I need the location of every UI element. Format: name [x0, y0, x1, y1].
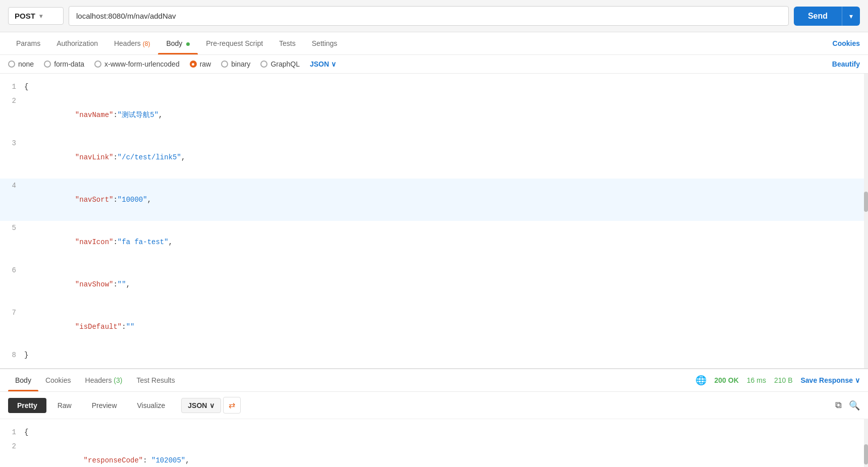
line-content-8: }	[24, 348, 868, 362]
request-line-3: 3 "navLink":"/c/test/link5",	[0, 136, 868, 179]
response-tab-body[interactable]: Body	[8, 369, 38, 391]
view-visualize-button[interactable]: Visualize	[128, 398, 175, 413]
body-type-bar: none form-data x-www-form-urlencoded raw…	[0, 55, 868, 74]
view-raw-button[interactable]: Raw	[48, 398, 81, 413]
tab-body[interactable]: Body	[158, 32, 198, 54]
response-headers-badge: (3)	[114, 376, 122, 384]
request-line-4: 4 "navSort":"10000",	[0, 179, 868, 221]
radio-circle-form-data	[44, 61, 51, 68]
line-content-1: {	[24, 80, 868, 94]
radio-none[interactable]: none	[8, 60, 34, 68]
tab-settings[interactable]: Settings	[304, 32, 346, 54]
tab-headers[interactable]: Headers (8)	[106, 32, 158, 54]
format-chevron-icon: ∨	[331, 60, 336, 68]
method-chevron-icon: ▾	[39, 13, 42, 20]
save-response-chevron-icon: ∨	[855, 376, 860, 384]
line-content-2: "navName":"测试导航5",	[24, 94, 868, 136]
radio-circle-graphql	[260, 61, 267, 68]
globe-icon: 🌐	[695, 375, 707, 386]
radio-raw[interactable]: raw	[190, 60, 211, 68]
request-tab-nav: Params Authorization Headers (8) Body Pr…	[0, 32, 868, 55]
view-pretty-button[interactable]: Pretty	[8, 398, 46, 413]
response-line-num-2: 2	[0, 439, 24, 453]
request-line-7: 7 "isDefault":""	[0, 306, 868, 348]
line-num-3: 3	[0, 136, 24, 150]
response-scrollbar[interactable]	[864, 419, 868, 467]
response-scrollbar-thumb	[864, 444, 868, 464]
radio-circle-binary	[221, 61, 228, 68]
format-dropdown[interactable]: JSON ∨	[310, 60, 336, 68]
send-arrow-button[interactable]: ▾	[842, 7, 860, 26]
response-meta: 🌐 200 OK 16 ms 210 B Save Response ∨	[695, 375, 860, 386]
headers-badge: (8)	[143, 40, 150, 47]
search-icon[interactable]: 🔍	[849, 400, 860, 411]
response-line-content-1: {	[24, 425, 868, 439]
response-actions: ⧉ 🔍	[835, 400, 860, 411]
wrap-icon: ⇄	[229, 401, 235, 410]
response-line-2: 2 "responseCode": "102005",	[0, 439, 868, 467]
wrap-button[interactable]: ⇄	[223, 397, 241, 414]
save-response-button[interactable]: Save Response ∨	[801, 376, 860, 384]
line-content-4: "navSort":"10000",	[24, 179, 868, 221]
request-line-2: 2 "navName":"测试导航5",	[0, 94, 868, 136]
tab-tests[interactable]: Tests	[271, 32, 304, 54]
response-tab-test-results[interactable]: Test Results	[129, 369, 182, 391]
response-tab-nav: Body Cookies Headers (3) Test Results 🌐 …	[0, 369, 868, 392]
response-format-chevron-icon: ∨	[209, 401, 214, 410]
radio-binary[interactable]: binary	[221, 60, 250, 68]
line-content-5: "navIcon":"fa fa-test",	[24, 221, 868, 263]
url-input[interactable]	[69, 6, 789, 26]
radio-circle-raw	[190, 61, 197, 68]
line-num-7: 7	[0, 306, 24, 320]
cookies-link[interactable]: Cookies	[833, 39, 860, 47]
response-size: 210 B	[774, 376, 793, 384]
radio-circle-urlencoded	[94, 61, 101, 68]
line-num-4: 4	[0, 179, 24, 193]
tab-params[interactable]: Params	[8, 32, 48, 54]
radio-form-data[interactable]: form-data	[44, 60, 84, 68]
top-bar: POST ▾ Send ▾	[0, 0, 868, 32]
view-preview-button[interactable]: Preview	[83, 398, 126, 413]
tab-pre-request-script[interactable]: Pre-request Script	[198, 32, 271, 54]
radio-urlencoded[interactable]: x-www-form-urlencoded	[94, 60, 180, 68]
radio-circle-none	[8, 61, 15, 68]
line-content-6: "navShow":"",	[24, 263, 868, 306]
response-tab-cookies[interactable]: Cookies	[38, 369, 78, 391]
request-line-8: 8 }	[0, 348, 868, 362]
beautify-button[interactable]: Beautify	[832, 60, 860, 68]
radio-graphql[interactable]: GraphQL	[260, 60, 300, 68]
response-section: Body Cookies Headers (3) Test Results 🌐 …	[0, 369, 868, 467]
send-button[interactable]: Send	[794, 7, 842, 26]
request-line-6: 6 "navShow":"",	[0, 263, 868, 306]
response-editor: 1 { 2 "responseCode": "102005", 3 "respo…	[0, 419, 868, 467]
response-line-num-1: 1	[0, 425, 24, 439]
request-code-lines: 1 { 2 "navName":"测试导航5", 3 "navLink":"/c…	[0, 80, 868, 362]
line-num-2: 2	[0, 94, 24, 108]
line-num-6: 6	[0, 263, 24, 277]
response-status: 200 OK	[715, 376, 739, 384]
response-tab-headers[interactable]: Headers (3)	[78, 369, 130, 391]
line-num-5: 5	[0, 221, 24, 235]
response-view-bar: Pretty Raw Preview Visualize JSON ∨ ⇄ ⧉ …	[0, 392, 868, 419]
line-content-3: "navLink":"/c/test/link5",	[24, 136, 868, 179]
tab-authorization[interactable]: Authorization	[48, 32, 106, 54]
request-scrollbar[interactable]	[864, 74, 868, 368]
method-select[interactable]: POST ▾	[8, 7, 64, 25]
response-format-dropdown[interactable]: JSON ∨	[181, 398, 221, 413]
line-num-8: 8	[0, 348, 24, 362]
response-time: 16 ms	[747, 376, 766, 384]
request-scrollbar-thumb	[864, 192, 868, 212]
response-code-lines: 1 { 2 "responseCode": "102005", 3 "respo…	[0, 425, 868, 467]
request-editor: 1 { 2 "navName":"测试导航5", 3 "navLink":"/c…	[0, 74, 868, 369]
response-line-1: 1 {	[0, 425, 868, 439]
request-line-5: 5 "navIcon":"fa fa-test",	[0, 221, 868, 263]
body-dot	[186, 42, 190, 46]
copy-icon[interactable]: ⧉	[835, 400, 842, 411]
response-line-content-2: "responseCode": "102005",	[24, 439, 868, 467]
request-line-1: 1 {	[0, 80, 868, 94]
send-button-group: Send ▾	[794, 7, 860, 26]
method-label: POST	[15, 12, 35, 20]
line-num-1: 1	[0, 80, 24, 94]
line-content-7: "isDefault":""	[24, 306, 868, 348]
